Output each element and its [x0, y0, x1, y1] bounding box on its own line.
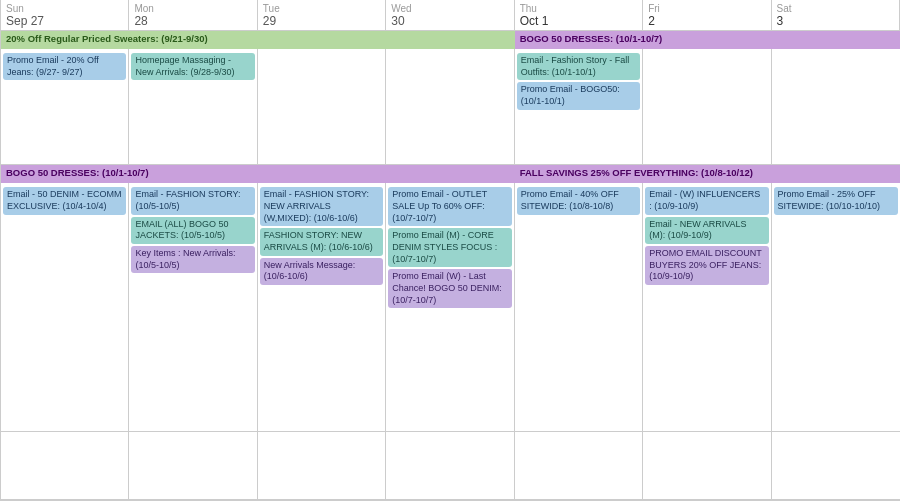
event-promo-email-40off-sitewide[interactable]: Promo Email - 40% OFF SITEWIDE: (10/8-10…	[517, 187, 640, 214]
header-mon: Mon 28	[129, 0, 257, 30]
event-email-fashion-story-new-arrivals-w[interactable]: Email - FASHION STORY: NEW ARRIVALS (W,M…	[260, 187, 383, 226]
header-sun: Sun Sep 27	[1, 0, 129, 30]
weeks-container: 20% Off Regular Priced Sweaters: (9/21-9…	[0, 31, 900, 501]
week1-wed	[386, 31, 514, 164]
calendar-wrapper: Sun Sep 27 Mon 28 Tue 29 Wed 30 Thu Oct …	[0, 0, 900, 501]
event-email-all-bogo50-jackets[interactable]: EMAIL (ALL) BOGO 50 JACKETS: (10/5-10/5)	[131, 217, 254, 244]
week2-wed: Promo Email - OUTLET SALE Up To 60% OFF:…	[386, 165, 514, 431]
week-row-2: BOGO 50 DRESSES: (10/1-10/7) FALL SAVING…	[1, 165, 900, 432]
week3-fri	[643, 432, 771, 499]
header-tue: Tue 29	[258, 0, 386, 30]
event-promo-email-m-core-denim[interactable]: Promo Email (M) - CORE DENIM STYLES FOCU…	[388, 228, 511, 267]
event-email-new-arrivals-m[interactable]: Email - NEW ARRIVALS (M): (10/9-10/9)	[645, 217, 768, 244]
week2-sat: Promo Email - 25% OFF SITEWIDE: (10/10-1…	[772, 165, 900, 431]
header-fri: Fri 2	[643, 0, 771, 30]
week3-mon	[129, 432, 257, 499]
week1-mon: Homepage Massaging - New Arrivals: (9/28…	[129, 31, 257, 164]
event-email-fashion-story-mon[interactable]: Email - FASHION STORY: (10/5-10/5)	[131, 187, 254, 214]
event-promo-email-outlet-sale[interactable]: Promo Email - OUTLET SALE Up To 60% OFF:…	[388, 187, 511, 226]
event-key-items-new-arrivals[interactable]: Key Items : New Arrivals: (10/5-10/5)	[131, 246, 254, 273]
event-promo-email-25off-sitewide[interactable]: Promo Email - 25% OFF SITEWIDE: (10/10-1…	[774, 187, 898, 214]
week-row-1: 20% Off Regular Priced Sweaters: (9/21-9…	[1, 31, 900, 165]
week3-sat	[772, 432, 900, 499]
event-homepage-massaging[interactable]: Homepage Massaging - New Arrivals: (9/28…	[131, 53, 254, 80]
week3-wed	[386, 432, 514, 499]
event-email-50denim-ecomm[interactable]: Email - 50 DENIM - ECOMM EXCLUSIVE: (10/…	[3, 187, 126, 214]
week1-tue	[258, 31, 386, 164]
week3-sun	[1, 432, 129, 499]
banner-fall-savings[interactable]: FALL SAVINGS 25% OFF EVERYTHING: (10/8-1…	[515, 165, 900, 183]
event-email-fashion-story-fall[interactable]: Email - Fashion Story - Fall Outfits: (1…	[517, 53, 640, 80]
event-new-arrivals-message[interactable]: New Arrivals Message: (10/6-10/6)	[260, 258, 383, 285]
event-promo-email-jeans[interactable]: Promo Email - 20% Off Jeans: (9/27- 9/27…	[3, 53, 126, 80]
week2-fri: Email - (W) INFLUENCERS : (10/9-10/9) Em…	[643, 165, 771, 431]
banner-bogo-dresses-w2[interactable]: BOGO 50 DRESSES: (10/1-10/7)	[1, 165, 515, 183]
week1-thu: Email - Fashion Story - Fall Outfits: (1…	[515, 31, 643, 164]
week3-tue	[258, 432, 386, 499]
event-email-w-influencers[interactable]: Email - (W) INFLUENCERS : (10/9-10/9)	[645, 187, 768, 214]
event-promo-email-w-last-chance[interactable]: Promo Email (W) - Last Chance! BOGO 50 D…	[388, 269, 511, 308]
event-fashion-story-new-arrivals-m[interactable]: FASHION STORY: NEW ARRIVALS (M): (10/6-1…	[260, 228, 383, 255]
header-thu: Thu Oct 1	[515, 0, 643, 30]
header-sat: Sat 3	[772, 0, 900, 30]
week2-sun: Email - 50 DENIM - ECOMM EXCLUSIVE: (10/…	[1, 165, 129, 431]
header-wed: Wed 30	[386, 0, 514, 30]
week2-mon: Email - FASHION STORY: (10/5-10/5) EMAIL…	[129, 165, 257, 431]
event-promo-email-discount-buyers[interactable]: PROMO EMAIL DISCOUNT BUYERS 20% OFF JEAN…	[645, 246, 768, 285]
week1-sat	[772, 31, 900, 164]
week2-thu: Promo Email - 40% OFF SITEWIDE: (10/8-10…	[515, 165, 643, 431]
banner-sweaters[interactable]: 20% Off Regular Priced Sweaters: (9/21-9…	[1, 31, 515, 49]
week-row-3	[1, 432, 900, 500]
week3-thu	[515, 432, 643, 499]
header-row: Sun Sep 27 Mon 28 Tue 29 Wed 30 Thu Oct …	[0, 0, 900, 31]
event-promo-email-bogo50[interactable]: Promo Email - BOGO50: (10/1-10/1)	[517, 82, 640, 109]
week1-sun: Promo Email - 20% Off Jeans: (9/27- 9/27…	[1, 31, 129, 164]
week1-fri	[643, 31, 771, 164]
banner-bogo-dresses-w1[interactable]: BOGO 50 DRESSES: (10/1-10/7)	[515, 31, 900, 49]
week2-tue: Email - FASHION STORY: NEW ARRIVALS (W,M…	[258, 165, 386, 431]
